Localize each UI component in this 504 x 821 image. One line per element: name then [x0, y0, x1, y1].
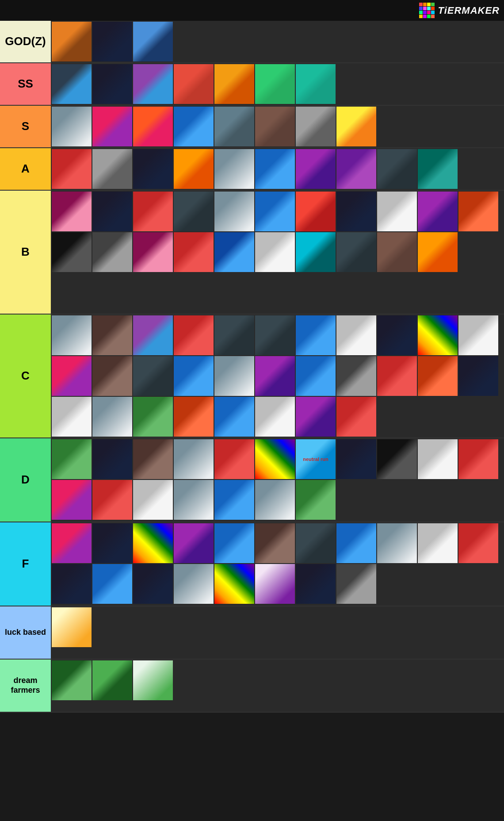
list-item [92, 64, 132, 104]
list-item [458, 439, 498, 479]
list-item [52, 232, 92, 272]
tier-content-a [51, 148, 504, 190]
list-item [133, 315, 173, 355]
tier-label-a: A [0, 148, 51, 190]
list-item [296, 480, 336, 520]
list-item [336, 439, 376, 479]
list-item [52, 192, 92, 231]
list-item [174, 523, 214, 563]
tier-label-godz: GOD(Z) [0, 21, 51, 62]
list-item [214, 64, 254, 104]
list-item [377, 192, 417, 231]
tier-label-b: B [0, 191, 51, 314]
list-item [377, 523, 417, 563]
tier-row-c: C [0, 315, 504, 438]
list-item [52, 564, 92, 604]
list-item [336, 192, 376, 231]
list-item [133, 439, 173, 479]
list-item [52, 660, 92, 700]
tier-label-c: C [0, 315, 51, 437]
list-item: neutral run [296, 439, 336, 479]
list-item [133, 22, 173, 61]
list-item [458, 523, 498, 563]
tier-content-d: neutral run [51, 438, 504, 522]
list-item [92, 439, 132, 479]
list-item [52, 149, 92, 189]
list-item [52, 397, 92, 437]
list-item [296, 564, 336, 604]
list-item [255, 564, 295, 604]
list-item [296, 523, 336, 563]
list-item [255, 107, 295, 146]
list-item [174, 397, 214, 437]
list-item [214, 107, 254, 146]
list-item [174, 315, 214, 355]
list-item [92, 149, 132, 189]
list-item [255, 149, 295, 189]
tier-row-dream: dream farmers [0, 660, 504, 713]
list-item [214, 356, 254, 396]
tier-row-d: D neutral run [0, 438, 504, 522]
list-item [377, 149, 417, 189]
list-item [133, 397, 173, 437]
tier-label-luck: luck based [0, 606, 51, 659]
list-item [52, 480, 92, 520]
list-item [255, 480, 295, 520]
list-item [52, 356, 92, 396]
list-item [418, 192, 458, 231]
tier-content-c [51, 315, 504, 437]
list-item [52, 607, 92, 647]
list-item [255, 439, 295, 479]
header: TiERMAKER [0, 0, 504, 21]
list-item [418, 439, 458, 479]
list-item [377, 356, 417, 396]
list-item [92, 107, 132, 146]
list-item [214, 192, 254, 231]
list-item [174, 356, 214, 396]
tier-content-luck [51, 606, 504, 659]
list-item [92, 564, 132, 604]
list-item [458, 356, 498, 396]
tier-label-d: D [0, 438, 51, 522]
tier-label-ss: SS [0, 63, 51, 105]
list-item [92, 523, 132, 563]
list-item [377, 315, 417, 355]
list-item [336, 315, 376, 355]
list-item [52, 64, 92, 104]
list-item [92, 192, 132, 231]
list-item [92, 315, 132, 355]
list-item [52, 439, 92, 479]
list-item [174, 64, 214, 104]
tiermaker-logo: TiERMAKER [419, 3, 500, 18]
list-item [336, 232, 376, 272]
list-item [296, 192, 336, 231]
tier-row-s: S [0, 106, 504, 148]
tier-row-luck: luck based [0, 606, 504, 660]
tier-row-a: A [0, 148, 504, 191]
tier-content-s [51, 106, 504, 147]
list-item [255, 232, 295, 272]
list-item [255, 192, 295, 231]
list-item [214, 397, 254, 437]
list-item [174, 480, 214, 520]
list-item [418, 232, 458, 272]
list-item [336, 397, 376, 437]
tier-table: GOD(Z) SS S [0, 21, 504, 713]
list-item [377, 232, 417, 272]
tier-content-b [51, 191, 504, 314]
tier-row-f: F [0, 522, 504, 606]
list-item [214, 439, 254, 479]
list-item [52, 107, 92, 146]
list-item [377, 439, 417, 479]
list-item [214, 564, 254, 604]
tier-row-ss: SS [0, 63, 504, 106]
list-item [296, 315, 336, 355]
list-item [133, 480, 173, 520]
list-item [214, 480, 254, 520]
list-item [336, 149, 376, 189]
list-item [174, 192, 214, 231]
list-item [418, 523, 458, 563]
list-item [214, 315, 254, 355]
list-item [133, 64, 173, 104]
tier-label-s: S [0, 106, 51, 147]
